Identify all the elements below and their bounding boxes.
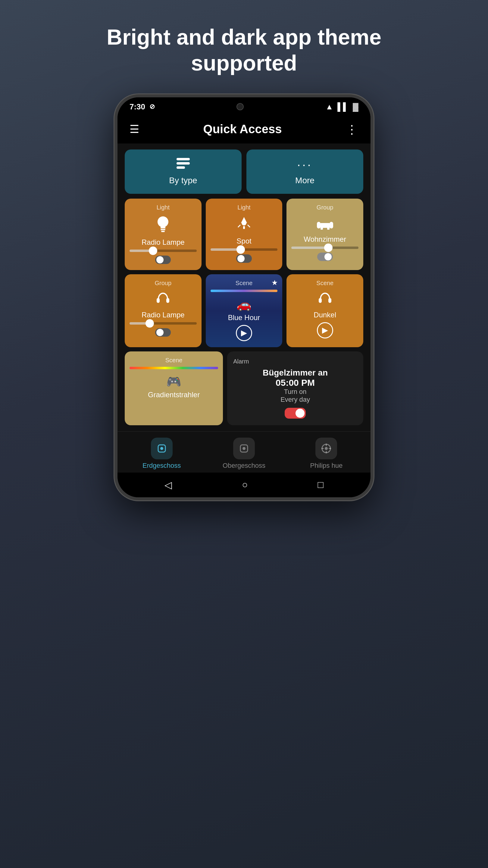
back-button[interactable]: ◁: [164, 479, 172, 491]
nav-icon-erdgeschoss: [151, 438, 173, 459]
nav-obergeschoss[interactable]: Obergeschoss: [203, 438, 285, 470]
signal-icons: ▲ ▌▌ ▓: [325, 102, 358, 112]
card-radio-lampe-group[interactable]: Group Radio Lampe: [125, 274, 201, 347]
headphones-icon: [156, 291, 170, 309]
svg-rect-11: [330, 222, 333, 228]
card-spot[interactable]: Light Spot: [206, 198, 283, 270]
more-label: More: [295, 176, 315, 185]
card-name-gradient: Gradientstrahler: [148, 391, 200, 399]
card-blue-hour[interactable]: Scene ★ 🚗 Blue Hour ▶: [206, 274, 283, 347]
cards-grid: Light Radio Lampe: [125, 198, 363, 347]
svg-rect-17: [328, 298, 331, 303]
card-type-light1: Light: [130, 204, 197, 211]
by-type-icon: [176, 158, 190, 172]
nav-icon-philips: [315, 438, 337, 459]
nav-icon-obergeschoss: [233, 438, 255, 459]
card-type-spot: Light: [210, 204, 278, 211]
nav-label-philips: Philips hue: [310, 462, 343, 470]
bottom-row: Scene 🎮 Gradientstrahler Alarm Bügelzimm…: [125, 351, 363, 425]
card-type-dunkel: Scene: [291, 280, 358, 287]
menu-button[interactable]: ☰: [130, 123, 139, 135]
battery-icon: ▓: [353, 102, 358, 112]
signal-icon: ▌▌: [337, 102, 349, 112]
android-nav: ◁ ○ □: [118, 472, 370, 497]
card-type-wohn: Group: [291, 204, 358, 211]
alarm-time: 05:00 PM: [233, 378, 357, 388]
headphones2-icon: [318, 291, 332, 309]
svg-point-23: [325, 447, 328, 450]
svg-rect-1: [176, 162, 190, 164]
svg-rect-2: [176, 166, 185, 169]
slider-group-radio[interactable]: [130, 322, 197, 324]
svg-line-8: [248, 225, 250, 227]
nav-label-erdgeschoss: Erdgeschoss: [142, 462, 181, 470]
scene-car-icon: 🚗: [236, 298, 252, 312]
status-bar: 7:30 ⊘ ▲ ▌▌ ▓: [118, 97, 370, 115]
gradient-scene-icon: 🎮: [166, 375, 181, 389]
card-radio-lampe[interactable]: Light Radio Lampe: [125, 198, 201, 270]
alarm-toggle[interactable]: [285, 408, 306, 418]
play-button-dunkel[interactable]: ▶: [317, 322, 333, 338]
svg-point-19: [160, 447, 163, 450]
toggle-group-radio[interactable]: [155, 328, 171, 337]
more-icon: ···: [297, 158, 313, 172]
svg-point-5: [241, 221, 247, 225]
card-gradientstrahler[interactable]: Scene 🎮 Gradientstrahler: [125, 351, 223, 425]
svg-line-7: [238, 225, 240, 227]
phone-mockup: 7:30 ⊘ ▲ ▌▌ ▓ ☰ Quick Access ⋮: [115, 94, 373, 500]
app-title: Quick Access: [203, 122, 282, 136]
blue-gradient-bar: [210, 290, 278, 292]
notification-icon: ⊘: [150, 103, 155, 111]
rainbow-gradient-bar: [130, 367, 218, 369]
spot-icon: [237, 216, 251, 235]
svg-rect-9: [319, 223, 331, 228]
nav-label-obergeschoss: Obergeschoss: [223, 462, 265, 470]
alarm-type-label: Alarm: [233, 358, 357, 365]
alarm-schedule: Every day: [233, 396, 357, 404]
more-button[interactable]: ··· More: [247, 150, 363, 194]
more-options-button[interactable]: ⋮: [346, 122, 358, 136]
toggle-wohn[interactable]: [317, 253, 333, 261]
wifi-icon: ▲: [325, 102, 333, 112]
camera-notch: [236, 103, 244, 110]
alarm-name: Bügelzimmer an: [233, 368, 357, 378]
toggle-spot[interactable]: [236, 254, 252, 263]
svg-rect-15: [166, 298, 169, 303]
top-bar: ☰ Quick Access ⋮: [118, 115, 370, 144]
by-type-label: By type: [169, 176, 197, 185]
toggle-radio-lampe[interactable]: [155, 255, 171, 264]
sofa-icon: [317, 216, 333, 233]
slider-wohn[interactable]: [291, 247, 358, 249]
alarm-card[interactable]: Alarm Bügelzimmer an 05:00 PM Turn on Ev…: [227, 351, 363, 425]
card-type-group: Group: [130, 280, 197, 287]
star-icon: ★: [271, 278, 278, 287]
nav-erdgeschoss[interactable]: Erdgeschoss: [121, 438, 203, 470]
card-dunkel[interactable]: Scene Dunkel ▶: [287, 274, 363, 347]
svg-rect-3: [161, 229, 165, 230]
time-display: 7:30: [130, 102, 145, 112]
recents-button[interactable]: □: [318, 479, 324, 490]
bottom-nav: Erdgeschoss Obergeschoss: [118, 431, 370, 472]
card-wohnzimmer[interactable]: Group Wohnzimmer: [287, 198, 363, 270]
svg-rect-6: [243, 226, 245, 229]
svg-rect-16: [319, 298, 322, 303]
slider-radio-lampe[interactable]: [130, 250, 197, 252]
quick-access-row: By type ··· More: [125, 150, 363, 194]
card-type-blue: Scene: [210, 280, 278, 287]
card-name-dunkel: Dunkel: [314, 311, 336, 319]
card-name-radio-lampe: Radio Lampe: [141, 238, 185, 247]
app-content: By type ··· More Light Radio Lampe: [118, 144, 370, 431]
card-type-gradient: Scene: [130, 357, 218, 364]
page-title: Bright and dark app theme supported: [76, 24, 412, 76]
by-type-button[interactable]: By type: [125, 150, 241, 194]
card-name-wohn: Wohnzimmer: [304, 235, 346, 244]
card-name-blue-hour: Blue Hour: [228, 313, 260, 322]
nav-philips[interactable]: Philips hue: [285, 438, 367, 470]
alarm-repeat: Turn on: [233, 388, 357, 396]
card-name-spot: Spot: [236, 237, 251, 245]
svg-rect-10: [317, 222, 321, 228]
svg-rect-13: [327, 227, 330, 230]
home-button[interactable]: ○: [242, 479, 248, 490]
slider-spot[interactable]: [210, 248, 278, 251]
play-button-blue[interactable]: ▶: [236, 325, 252, 341]
